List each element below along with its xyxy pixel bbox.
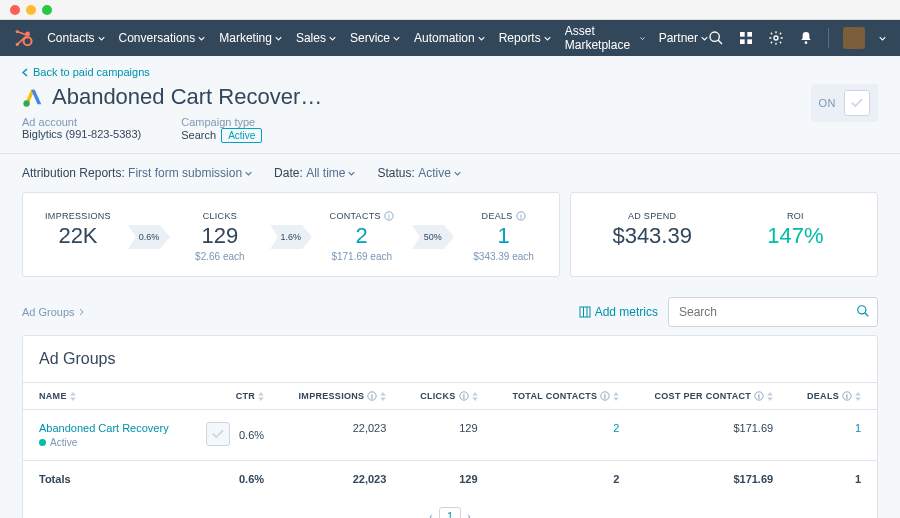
page-current[interactable]: 1 xyxy=(439,507,461,518)
col-total-contacts[interactable]: TOTAL CONTACTS i xyxy=(494,383,636,410)
svg-text:i: i xyxy=(758,393,760,400)
svg-rect-9 xyxy=(747,32,752,37)
marketplace-icon[interactable] xyxy=(738,30,754,46)
breadcrumb[interactable]: Ad Groups xyxy=(22,306,84,318)
page-prev[interactable]: ‹ xyxy=(429,510,433,518)
account-caret-icon[interactable] xyxy=(879,36,886,41)
campaign-type-label: Campaign type xyxy=(181,116,262,128)
totals-row: Totals0.6%22,0231292$171.691 xyxy=(23,461,877,498)
svg-text:i: i xyxy=(388,213,390,220)
nav-item-automation[interactable]: Automation xyxy=(414,24,485,52)
back-link[interactable]: Back to paid campaigns xyxy=(0,56,900,78)
campaign-toggle[interactable]: ON xyxy=(811,84,879,122)
roi-value: 147% xyxy=(755,223,835,249)
col-cost-per-contact[interactable]: COST PER CONTACT i xyxy=(635,383,789,410)
svg-rect-11 xyxy=(747,39,752,44)
window-close-dot[interactable] xyxy=(10,5,20,15)
row-status: Active xyxy=(39,437,172,448)
svg-line-7 xyxy=(718,40,722,44)
pagination: ‹ 1 › xyxy=(23,497,877,518)
chevron-down-icon xyxy=(478,36,485,41)
svg-rect-8 xyxy=(740,32,745,37)
filter-bar: Attribution Reports: First form submissi… xyxy=(0,154,900,192)
impressions-value: 22K xyxy=(38,223,118,249)
row-name-link[interactable]: Abandoned Cart Recovery xyxy=(39,422,172,434)
svg-text:i: i xyxy=(371,393,373,400)
status-badge: Active xyxy=(221,128,262,143)
col-deals[interactable]: DEALS i xyxy=(789,383,877,410)
clicks-sub: $2.66 each xyxy=(180,251,260,262)
chevron-down-icon xyxy=(329,36,336,41)
gear-icon[interactable] xyxy=(768,30,784,46)
svg-text:i: i xyxy=(462,393,464,400)
nav-item-reports[interactable]: Reports xyxy=(499,24,551,52)
chevron-down-icon xyxy=(701,36,708,41)
window-max-dot[interactable] xyxy=(42,5,52,15)
status-filter-label: Status: xyxy=(377,166,414,180)
date-filter-label: Date: xyxy=(274,166,303,180)
adspend-value: $343.39 xyxy=(612,223,692,249)
contacts-value[interactable]: 2 xyxy=(322,223,402,249)
row-contacts[interactable]: 2 xyxy=(494,410,636,461)
info-icon: i xyxy=(384,211,394,221)
bell-icon[interactable] xyxy=(798,30,814,46)
nav-item-contacts[interactable]: Contacts xyxy=(47,24,104,52)
table-row: Abandoned Cart RecoveryActive 0.6%22,023… xyxy=(23,410,877,461)
col-clicks[interactable]: CLICKS i xyxy=(402,383,493,410)
row-toggle[interactable] xyxy=(206,422,230,446)
chevron-down-icon xyxy=(544,36,551,41)
info-icon: i xyxy=(842,391,852,401)
nav-item-asset-marketplace[interactable]: Asset Marketplace xyxy=(565,24,645,52)
attr-filter-value[interactable]: First form submission xyxy=(128,166,252,180)
svg-point-22 xyxy=(858,306,866,314)
page-title: Abandoned Cart Recover… xyxy=(52,84,322,110)
svg-point-6 xyxy=(710,32,719,41)
macos-title-bar xyxy=(0,0,900,20)
chevron-left-icon xyxy=(22,68,28,77)
nav-item-sales[interactable]: Sales xyxy=(296,24,336,52)
chevron-down-icon xyxy=(640,36,645,41)
col-ctr[interactable]: CTR xyxy=(188,383,280,410)
svg-text:i: i xyxy=(520,213,522,220)
adspend-label: AD SPEND xyxy=(612,211,692,221)
hubspot-logo-icon[interactable] xyxy=(14,28,33,48)
info-icon: i xyxy=(516,211,526,221)
page-next[interactable]: › xyxy=(467,510,471,518)
date-filter-value[interactable]: All time xyxy=(306,166,355,180)
adaccount-value: Biglytics (991-823-5383) xyxy=(22,128,141,140)
nav-item-partner[interactable]: Partner xyxy=(659,24,708,52)
info-icon: i xyxy=(754,391,764,401)
nav-item-marketing[interactable]: Marketing xyxy=(219,24,282,52)
svg-rect-19 xyxy=(580,307,590,317)
chevron-right-icon xyxy=(79,308,84,316)
svg-rect-10 xyxy=(740,39,745,44)
col-name[interactable]: NAME xyxy=(23,383,188,410)
funnel-arrow-3: 50% xyxy=(412,225,454,249)
search-box xyxy=(668,297,878,327)
table-title: Ad Groups xyxy=(23,350,877,382)
svg-point-14 xyxy=(23,100,29,106)
add-metrics-button[interactable]: Add metrics xyxy=(579,305,658,319)
nav-item-service[interactable]: Service xyxy=(350,24,400,52)
info-icon: i xyxy=(367,391,377,401)
attr-filter-label: Attribution Reports: xyxy=(22,166,125,180)
nav-item-conversations[interactable]: Conversations xyxy=(119,24,206,52)
funnel-arrow-2: 1.6% xyxy=(270,225,312,249)
svg-line-3 xyxy=(17,32,26,35)
info-icon: i xyxy=(600,391,610,401)
chevron-down-icon xyxy=(275,36,282,41)
deals-sub: $343.39 each xyxy=(464,251,544,262)
toggle-label: ON xyxy=(819,97,837,109)
avatar[interactable] xyxy=(843,27,865,49)
col-impressions[interactable]: IMPRESSIONS i xyxy=(280,383,402,410)
row-deals[interactable]: 1 xyxy=(789,410,877,461)
campaign-type-value: Search xyxy=(181,129,216,141)
status-filter-value[interactable]: Active xyxy=(418,166,461,180)
search-icon[interactable] xyxy=(856,304,870,318)
svg-line-23 xyxy=(865,313,869,317)
window-min-dot[interactable] xyxy=(26,5,36,15)
search-input[interactable] xyxy=(668,297,878,327)
clicks-label: CLICKS xyxy=(180,211,260,221)
search-icon[interactable] xyxy=(708,30,724,46)
deals-value[interactable]: 1 xyxy=(464,223,544,249)
